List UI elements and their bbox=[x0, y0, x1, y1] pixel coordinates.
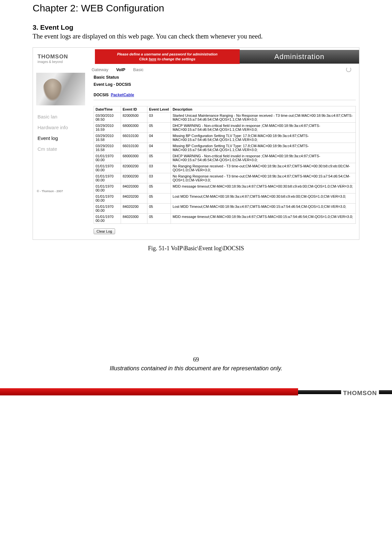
cell-description: Lost MDD Timeout;CM-MAC=00:18:9b:3a:c4:8… bbox=[171, 193, 356, 204]
admin-warning-banner[interactable]: Please define a username and password fo… bbox=[95, 49, 240, 64]
cell-date-time: 01/01/1970 00.00 bbox=[94, 163, 121, 173]
table-row: 01/01/1970 00.008200020003No Ranging Res… bbox=[94, 163, 356, 173]
page-number: 69 bbox=[33, 356, 359, 363]
tab-voip[interactable]: VoIP bbox=[116, 67, 125, 72]
footer-disclaimer: Illustrations contained in this document… bbox=[33, 365, 359, 372]
cell-date-time: 01/01/1970 00.00 bbox=[94, 193, 121, 204]
divider bbox=[94, 100, 356, 100]
cell-event-id: 84020200 bbox=[121, 204, 147, 214]
cell-event-level: 05 bbox=[147, 214, 171, 224]
cell-event-level: 05 bbox=[147, 183, 171, 193]
footer-red-strip bbox=[0, 388, 298, 395]
cell-description: Missing BP Configuration Setting TLV Typ… bbox=[171, 133, 356, 143]
cell-event-id: 66010100 bbox=[121, 133, 147, 143]
table-row: 03/29/2010 16.586601010004Missing BP Con… bbox=[94, 143, 356, 153]
cell-description: Missing BP Configuration Setting TLV Typ… bbox=[171, 143, 356, 153]
cell-event-level: 03 bbox=[147, 173, 171, 183]
table-row: 03/29/2010 16.596800030005DHCP WARNING -… bbox=[94, 123, 356, 133]
sidenav-basic-lan[interactable]: Basic lan bbox=[38, 114, 88, 119]
cell-description: Lost MDD Timeout;CM-MAC=00:18:9b:3a:c4:8… bbox=[171, 204, 356, 214]
table-header-row: Date/Time Event ID Event Level Descripti… bbox=[94, 106, 356, 113]
top-tabs: Gateway VoIP Basic bbox=[88, 66, 359, 73]
cell-date-time: 01/01/1970 00.00 bbox=[94, 183, 121, 193]
table-row: 01/01/1970 00.008200020003No Ranging Res… bbox=[94, 173, 356, 183]
warning-link-here[interactable]: here bbox=[149, 57, 156, 61]
table-row: 03/30/2010 08.508200050003Started Unicas… bbox=[94, 113, 356, 123]
cell-event-id: 68000300 bbox=[121, 153, 147, 163]
cell-date-time: 01/01/1970 00.00 bbox=[94, 214, 121, 224]
cell-event-id: 82000200 bbox=[121, 173, 147, 183]
col-event-id: Event ID bbox=[121, 106, 147, 113]
brand-logo: THOMSON images & beyond bbox=[33, 48, 95, 66]
tab-basic[interactable]: Basic bbox=[133, 67, 143, 72]
table-row: 01/01/1970 00.006800030005DHCP WARNING -… bbox=[94, 153, 356, 163]
col-event-level: Event Level bbox=[147, 106, 171, 113]
cell-event-id: 68000300 bbox=[121, 123, 147, 133]
figure-caption: Fig. 51-1 VoIP\Basic\Event log\DOCSIS bbox=[33, 245, 359, 252]
main-heading: Basic Status bbox=[94, 75, 356, 80]
page-banner-title: Administration bbox=[240, 50, 359, 64]
cell-event-level: 04 bbox=[147, 133, 171, 143]
event-log-table: Date/Time Event ID Event Level Descripti… bbox=[94, 106, 356, 224]
warning-line2-pre: Click bbox=[139, 57, 149, 61]
cell-date-time: 01/01/1970 00.00 bbox=[94, 173, 121, 183]
cell-description: DHCP WARNING - Non-critical field invali… bbox=[171, 123, 356, 133]
cell-event-id: 82000200 bbox=[121, 163, 147, 173]
sidebar-image bbox=[36, 73, 85, 105]
proto-packetcable-link[interactable]: PacketCable bbox=[111, 93, 134, 97]
footer-bar: THOMSON bbox=[0, 381, 392, 404]
clear-log-button[interactable]: Clear Log bbox=[94, 228, 115, 234]
cell-description: DHCP WARNING - Non-critical field invali… bbox=[171, 153, 356, 163]
proto-docsis[interactable]: DOCSIS bbox=[94, 93, 109, 97]
cell-event-id: 84020200 bbox=[121, 193, 147, 204]
brand-name: THOMSON bbox=[38, 54, 93, 60]
table-row: 01/01/1970 00.008402020005Lost MDD Timeo… bbox=[94, 204, 356, 214]
cell-description: No Ranging Response received - T3 time-o… bbox=[171, 173, 356, 183]
table-row: 03/29/2010 16.586601010004Missing BP Con… bbox=[94, 133, 356, 143]
cell-event-level: 03 bbox=[147, 163, 171, 173]
cell-date-time: 01/01/1970 00.00 bbox=[94, 153, 121, 163]
loading-spinner-icon bbox=[346, 67, 351, 72]
col-description: Description bbox=[171, 106, 356, 113]
cell-description: Started Unicast Maintenance Ranging - No… bbox=[171, 113, 356, 123]
section-heading: 3. Event Log bbox=[33, 23, 359, 31]
table-row: 01/01/1970 00.008402030005MDD message ti… bbox=[94, 183, 356, 193]
cell-event-level: 05 bbox=[147, 123, 171, 133]
cell-description: MDD message timeout;CM-MAC=00:18:9b:3a:c… bbox=[171, 183, 356, 193]
sidebar-copyright: © - Thomson - 2007 bbox=[33, 157, 88, 193]
sidenav-hardware-info[interactable]: Hardware info bbox=[38, 125, 88, 130]
footer-brand-logo: THOMSON bbox=[341, 388, 379, 399]
cell-event-id: 84020300 bbox=[121, 183, 147, 193]
chapter-title: Chapter 2: WEB Configuration bbox=[33, 3, 359, 14]
cell-date-time: 03/29/2010 16.58 bbox=[94, 133, 121, 143]
sidebar-nav: Basic lan Hardware info Event log Cm sta… bbox=[33, 114, 88, 152]
cell-date-time: 01/01/1970 00.00 bbox=[94, 204, 121, 214]
table-row: 01/01/1970 00.008402030005MDD message ti… bbox=[94, 214, 356, 224]
cell-event-level: 05 bbox=[147, 193, 171, 204]
section-paragraph: The event logs are displayed on this web… bbox=[33, 33, 359, 40]
tab-gateway[interactable]: Gateway bbox=[92, 67, 108, 72]
cell-description: No Ranging Response received - T3 time-o… bbox=[171, 163, 356, 173]
screenshot-event-log: THOMSON images & beyond Please define a … bbox=[33, 47, 359, 240]
cell-date-time: 03/29/2010 16.58 bbox=[94, 143, 121, 153]
warning-line1: Please define a username and password fo… bbox=[117, 52, 218, 56]
cell-description: MDD message timeout;CM-MAC=00:18:9b:3a:c… bbox=[171, 214, 356, 224]
protocol-selector: DOCSIS PacketCable bbox=[94, 93, 356, 97]
cell-date-time: 03/29/2010 16.59 bbox=[94, 123, 121, 133]
cell-event-level: 03 bbox=[147, 113, 171, 123]
cell-event-level: 05 bbox=[147, 204, 171, 214]
table-row: 01/01/1970 00.008402020005Lost MDD Timeo… bbox=[94, 193, 356, 204]
cell-date-time: 03/30/2010 08.50 bbox=[94, 113, 121, 123]
sidenav-cm-state[interactable]: Cm state bbox=[38, 146, 88, 152]
cell-event-level: 05 bbox=[147, 153, 171, 163]
brand-tagline: images & beyond bbox=[38, 60, 93, 64]
cell-event-id: 66010100 bbox=[121, 143, 147, 153]
sidenav-event-log[interactable]: Event log bbox=[38, 135, 88, 141]
cell-event-level: 04 bbox=[147, 143, 171, 153]
warning-line2-post: to change the settings bbox=[156, 57, 195, 61]
cell-event-id: 82000500 bbox=[121, 113, 147, 123]
col-date-time: Date/Time bbox=[94, 106, 121, 113]
main-subheading: Event Log - DOCSIS bbox=[94, 82, 356, 87]
cell-event-id: 84020300 bbox=[121, 214, 147, 224]
